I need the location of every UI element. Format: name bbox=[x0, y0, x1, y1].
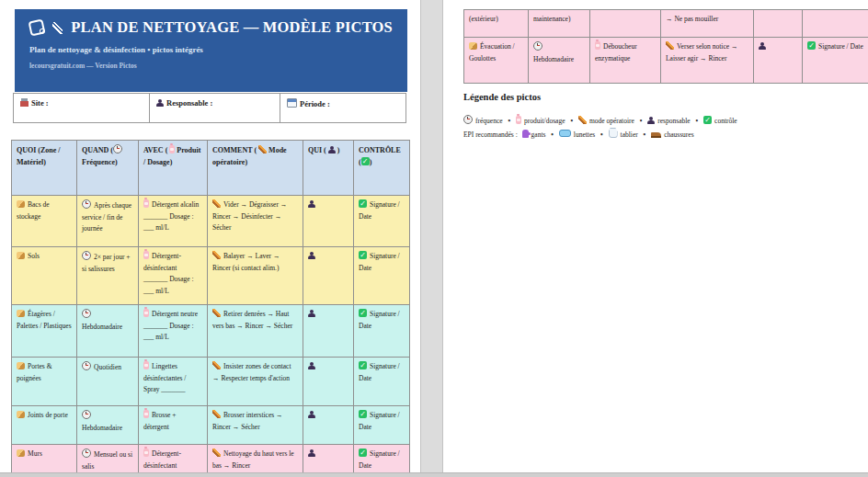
header-quoi: QUOI (Zone / Matériel) bbox=[12, 141, 77, 196]
clock-icon bbox=[82, 361, 91, 370]
legend-epi-line: EPI recommandés : gants • lunettes • tab… bbox=[463, 128, 694, 141]
table-row: Bacs de stockage Après chaque service / … bbox=[12, 196, 410, 247]
cell-comment: Balayer → Laver → Rincer (si contact ali… bbox=[208, 247, 303, 305]
bullet-separator: • bbox=[600, 131, 603, 139]
sponge-icon bbox=[17, 411, 25, 418]
brush-icon bbox=[212, 251, 221, 259]
apron-icon bbox=[609, 128, 618, 138]
person-icon bbox=[308, 252, 315, 259]
info-row: Site : Responsable : Période : bbox=[13, 93, 407, 123]
bottle-icon bbox=[169, 145, 175, 153]
clock-icon bbox=[82, 309, 91, 318]
table-row: Sols 2× par jour + si salissures Déterge… bbox=[12, 247, 410, 305]
person-icon bbox=[308, 411, 315, 418]
page-tagline: lecoursgratuit.com — Version Pictos bbox=[29, 62, 393, 70]
title-banner: PLAN DE NETTOYAGE — MODÈLE PICTOS Plan d… bbox=[15, 9, 407, 92]
cell-comment: Vider → Dégraisser → Rincer → Désinfecte… bbox=[208, 196, 303, 247]
bullet-separator: • bbox=[640, 117, 643, 125]
cell-quand: Hebdomadaire bbox=[77, 406, 139, 445]
clock-icon bbox=[82, 199, 91, 209]
goggles-icon bbox=[559, 130, 571, 137]
bullet-separator: • bbox=[696, 117, 699, 125]
check-icon bbox=[359, 199, 367, 208]
cell-avec: Déboucheur enzymatique bbox=[590, 38, 661, 84]
sponge-icon bbox=[469, 42, 477, 50]
check-icon bbox=[359, 410, 367, 418]
cell-controle: Signature / Date bbox=[803, 38, 868, 84]
header-controle: CONTRÔLE () bbox=[354, 141, 410, 196]
cell-controle: Signature / Date bbox=[354, 196, 410, 247]
header-avec: AVEC ( Produit / Dosage) bbox=[139, 141, 208, 196]
cell-comment: Insister zones de contact → Respecter te… bbox=[208, 358, 303, 406]
site-field: Site : bbox=[13, 93, 150, 123]
responsable-label: Responsable : bbox=[166, 98, 212, 108]
document-page-1: PLAN DE NETTOYAGE — MODÈLE PICTOS Plan d… bbox=[0, 0, 421, 477]
bottle-icon bbox=[595, 41, 600, 50]
document-page-2: (extérieur) maintenance) → Ne pas mouill… bbox=[442, 0, 868, 477]
check-icon bbox=[359, 251, 367, 259]
cell-zone: Bacs de stockage bbox=[12, 196, 77, 247]
person-icon bbox=[759, 42, 766, 50]
brush-icon bbox=[212, 361, 221, 369]
sponge-icon bbox=[17, 449, 25, 457]
bottle-icon bbox=[143, 361, 149, 369]
table-row: Joints de porte Hebdomadaire Brosse + dé… bbox=[12, 406, 410, 445]
cell-avec: Détergent-désinfectant _______ Dosage : … bbox=[139, 247, 208, 305]
bullet-separator: • bbox=[570, 117, 573, 125]
person-icon bbox=[156, 99, 164, 107]
cell-zone: Sols bbox=[12, 247, 77, 305]
check-icon bbox=[361, 157, 370, 165]
cell-controle: Signature / Date bbox=[354, 305, 410, 358]
person-icon bbox=[308, 310, 315, 317]
clock-icon bbox=[463, 115, 473, 124]
periode-label: Période : bbox=[300, 99, 330, 108]
cell-quand: Quotidien bbox=[77, 358, 139, 406]
cell-quand: Après chaque service / fin de journée bbox=[77, 196, 139, 247]
sponge-icon bbox=[17, 200, 25, 208]
page-title: PLAN DE NETTOYAGE — MODÈLE PICTOS bbox=[71, 18, 393, 37]
sponge-icon bbox=[17, 252, 25, 259]
cell-zone: Portes & poignées bbox=[12, 358, 77, 406]
cell-quand: Hebdomadaire bbox=[529, 38, 590, 84]
bottle-icon bbox=[143, 309, 149, 317]
cell-comment: → Ne pas mouiller bbox=[661, 10, 754, 38]
shoe-icon bbox=[651, 132, 661, 138]
legend-pictos-line: fréquence • produit/dosage • mode opérat… bbox=[463, 115, 737, 127]
table-row: Portes & poignées Quotidien Lingettes dé… bbox=[12, 358, 410, 406]
cell-controle: Signature / Date bbox=[354, 358, 410, 406]
horizontal-scrollbar[interactable] bbox=[0, 472, 868, 477]
cell-controle: Signature / Date bbox=[354, 247, 410, 305]
table-row: Évacuation / Goulottes Hebdomadaire Débo… bbox=[464, 38, 868, 84]
cell-comment: Retirer denrées → Haut vers bas → Rincer… bbox=[208, 305, 303, 358]
table-row: Étagères / Palettes / Plastiques Hebdoma… bbox=[12, 305, 410, 358]
cell-zone: Évacuation / Goulottes bbox=[464, 38, 529, 84]
cell-zone: (extérieur) bbox=[464, 10, 529, 38]
cell-controle bbox=[803, 10, 868, 38]
check-icon bbox=[807, 41, 816, 50]
brush-icon bbox=[666, 41, 674, 50]
cell-comment: Verser selon notice → Laisser agir → Rin… bbox=[661, 38, 754, 84]
brush-outline-icon bbox=[52, 22, 63, 34]
sponge-icon bbox=[17, 310, 25, 317]
brush-icon bbox=[578, 116, 587, 124]
document-viewer: { "colors": { "banner_blue": "#2d5b9d", … bbox=[0, 0, 868, 477]
check-icon bbox=[359, 309, 367, 317]
page-subtitle: Plan de nettoyage & désinfection • picto… bbox=[29, 45, 393, 54]
cell-zone: Joints de porte bbox=[12, 406, 77, 445]
check-icon bbox=[359, 449, 367, 457]
bottle-icon bbox=[143, 410, 149, 418]
cell-controle: Signature / Date bbox=[354, 406, 410, 445]
cell-qui bbox=[754, 10, 803, 38]
cell-quand: Hebdomadaire bbox=[77, 305, 139, 358]
person-icon bbox=[308, 200, 315, 208]
table-carryover-row: (extérieur) maintenance) → Ne pas mouill… bbox=[464, 10, 868, 38]
clock-icon bbox=[82, 410, 91, 419]
epi-prefix: EPI recommandés : bbox=[463, 131, 518, 139]
sponge-outline-icon bbox=[29, 19, 46, 37]
cell-avec bbox=[590, 10, 661, 38]
site-label: Site : bbox=[31, 98, 49, 108]
glove-icon bbox=[522, 130, 529, 138]
cell-qui bbox=[303, 305, 354, 358]
cell-avec: Détergent alcalin _______ Dosage : ___ m… bbox=[139, 196, 208, 247]
bottle-icon bbox=[143, 251, 149, 259]
